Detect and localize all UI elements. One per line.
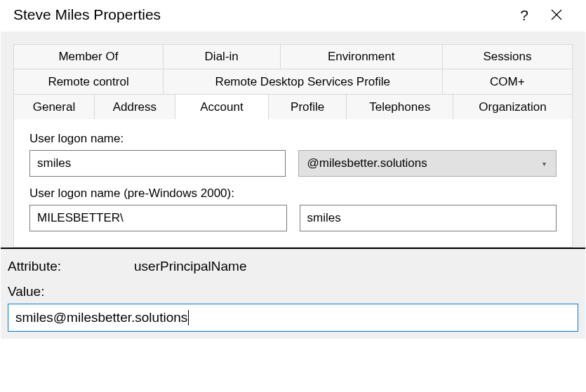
- tab-rds-profile[interactable]: Remote Desktop Services Profile: [164, 69, 443, 95]
- logon-name-label: User logon name:: [29, 132, 557, 146]
- logon-name-input[interactable]: smiles: [29, 150, 286, 177]
- tab-label: Telephones: [369, 100, 430, 114]
- tab-label: COM+: [490, 75, 525, 89]
- tab-profile[interactable]: Profile: [269, 95, 347, 120]
- tab-account[interactable]: Account: [175, 95, 269, 120]
- upn-suffix-value: @milesbetter.solutions: [307, 156, 427, 170]
- tab-label: Sessions: [483, 50, 531, 64]
- attribute-name-value: userPrincipalName: [134, 259, 247, 274]
- tab-general[interactable]: General: [13, 95, 95, 120]
- tab-sessions[interactable]: Sessions: [443, 44, 573, 69]
- close-button[interactable]: [540, 8, 573, 22]
- client-area: Member Of Dial-in Environment Sessions R…: [1, 32, 585, 248]
- tab-organization[interactable]: Organization: [453, 95, 573, 120]
- value-label: Value:: [8, 284, 578, 299]
- tab-com-plus[interactable]: COM+: [443, 69, 573, 95]
- pre2000-user-value: smiles: [307, 211, 341, 225]
- text-caret: [188, 310, 189, 325]
- tab-label: Remote control: [48, 75, 128, 89]
- attribute-editor-panel: Attribute: userPrincipalName Value: smil…: [1, 248, 585, 339]
- tab-label: Account: [200, 100, 243, 114]
- pre2000-user-input[interactable]: smiles: [300, 205, 557, 231]
- pre2000-domain-input[interactable]: MILESBETTER\: [29, 205, 287, 231]
- tab-row-2: Remote control Remote Desktop Services P…: [13, 69, 573, 95]
- tab-row-3: General Address Account Profile Telephon…: [13, 95, 573, 120]
- chevron-down-icon: ▾: [542, 160, 546, 168]
- attribute-row: Attribute: userPrincipalName: [8, 259, 578, 274]
- tab-telephones[interactable]: Telephones: [347, 95, 453, 120]
- upn-suffix-combobox[interactable]: @milesbetter.solutions ▾: [298, 150, 557, 177]
- properties-window: Steve Miles Properties ? Member Of Dial-…: [0, 0, 586, 339]
- pre2000-domain-value: MILESBETTER\: [37, 211, 124, 225]
- tab-strip: Member Of Dial-in Environment Sessions R…: [13, 44, 573, 120]
- logon-name-value: smiles: [37, 156, 71, 170]
- tab-label: Environment: [328, 50, 394, 64]
- account-tab-panel: User logon name: smiles @milesbetter.sol…: [13, 119, 573, 248]
- tab-label: Profile: [291, 100, 324, 114]
- close-icon: [551, 9, 562, 20]
- tab-row-1: Member Of Dial-in Environment Sessions: [13, 44, 573, 69]
- help-button[interactable]: ?: [508, 8, 540, 22]
- pre2000-label: User logon name (pre-Windows 2000):: [29, 187, 557, 201]
- tab-label: General: [33, 100, 75, 114]
- tab-label: Remote Desktop Services Profile: [215, 75, 390, 89]
- attribute-value-text: smiles@milesbetter.solutions: [15, 310, 187, 325]
- window-title: Steve Miles Properties: [13, 6, 508, 23]
- tab-address[interactable]: Address: [95, 95, 175, 120]
- tab-label: Address: [113, 100, 157, 114]
- tab-label: Dial-in: [205, 50, 239, 64]
- tab-dial-in[interactable]: Dial-in: [164, 44, 281, 69]
- tab-remote-control[interactable]: Remote control: [13, 69, 164, 95]
- titlebar: Steve Miles Properties ?: [1, 1, 585, 32]
- tab-environment[interactable]: Environment: [281, 44, 443, 69]
- attribute-value-input[interactable]: smiles@milesbetter.solutions: [8, 304, 578, 332]
- tab-member-of[interactable]: Member Of: [13, 44, 164, 69]
- tab-label: Member Of: [58, 50, 118, 64]
- tab-label: Organization: [479, 100, 546, 114]
- attribute-key-label: Attribute:: [8, 259, 134, 274]
